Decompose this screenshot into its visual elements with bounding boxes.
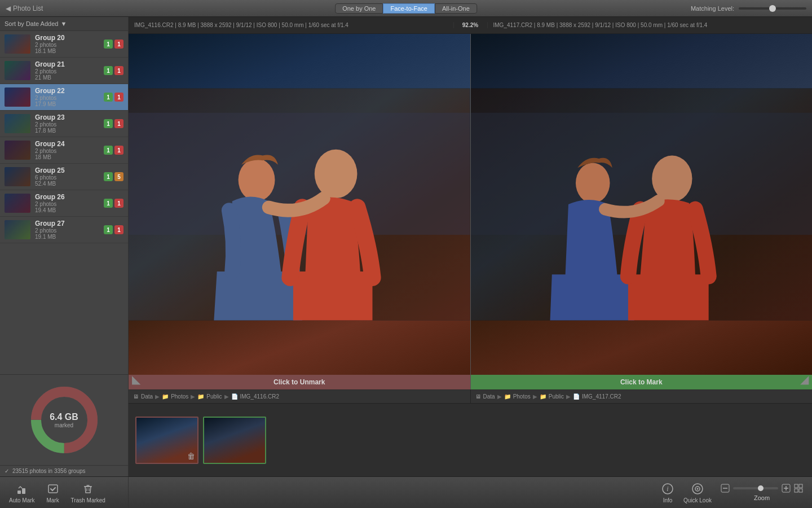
checkmark-icon: ✓: [5, 468, 9, 474]
filmstrip-thumb-right-img: [204, 418, 265, 463]
group-info-22: Group 22 2 photos 17.9 MB: [35, 87, 99, 107]
storage-gb: 6.4 GB: [50, 412, 78, 422]
left-path-data: Data: [141, 393, 153, 400]
sidebar-toolbar: Auto Mark Mark Trash Marked: [0, 477, 129, 508]
comparison-area: Click to Unmark ◣: [129, 34, 812, 389]
group-badge-green-26: 1: [104, 199, 113, 208]
info-button[interactable]: i Info: [661, 482, 674, 503]
right-date: 9/1/12: [595, 22, 611, 28]
group-badges-22: 1 1: [104, 93, 123, 102]
group-thumb-20: [5, 34, 30, 54]
content-area: IMG_4116.CR2 | 8.9 MB | 3888 x 2592 | 9/…: [129, 17, 812, 476]
group-badges-23: 1 1: [104, 119, 123, 128]
group-badge-green-24: 1: [104, 146, 113, 155]
group-badge-green-21: 1: [104, 66, 113, 75]
group-name-22: Group 22: [35, 87, 99, 95]
svg-rect-29: [799, 484, 802, 488]
filmstrip-trash-icon: 🗑: [187, 452, 195, 461]
left-path-bar: 🖥 Data ▶ 📁 Photos ▶ 📁 Public ▶ 📄 IMG_411…: [129, 389, 471, 403]
right-photo[interactable]: [471, 34, 813, 375]
group-photos-25: 6 photos: [35, 174, 99, 181]
group-size-24: 18 MB: [35, 154, 99, 160]
group-item-27[interactable]: Group 27 2 photos 19.1 MB 1 1: [0, 217, 128, 243]
group-thumb-img-22: [5, 87, 30, 107]
left-path-hdd-icon: 🖥: [133, 393, 139, 400]
svg-rect-30: [795, 489, 798, 492]
sort-bar[interactable]: Sort by Date Added ▼: [0, 17, 128, 31]
svg-rect-14: [471, 89, 813, 321]
main-layout: Sort by Date Added ▼ Group 20 2 photos 1…: [0, 17, 812, 476]
mark-button[interactable]: Mark: [46, 482, 60, 503]
back-button[interactable]: ◀ Photo List: [6, 5, 43, 12]
back-chevron-icon: ◀: [6, 5, 11, 12]
group-badge-green-25: 1: [104, 172, 113, 181]
unmark-button[interactable]: Click to Unmark: [129, 375, 470, 389]
right-photo-svg: [471, 34, 813, 375]
right-path-hdd-icon: 🖥: [475, 393, 481, 400]
group-item-24[interactable]: Group 24 2 photos 18 MB 1 1: [0, 137, 128, 164]
group-item-21[interactable]: Group 21 2 photos 21 MB 1 1: [0, 58, 128, 84]
mark-button[interactable]: Click to Mark: [471, 375, 813, 389]
face-to-face-button[interactable]: Face-to-Face: [383, 3, 435, 14]
photo-count-text: 23515 photos in 3356 groups: [12, 468, 86, 474]
right-path-arrow1: ▶: [497, 393, 502, 400]
svg-rect-8: [129, 89, 470, 321]
group-badge-red-25: 5: [114, 172, 123, 181]
all-in-one-button[interactable]: All-in-One: [435, 3, 477, 14]
one-by-one-button[interactable]: One by One: [335, 3, 383, 14]
filmstrip-thumb-right[interactable]: [203, 417, 266, 464]
zoom-fit-icon: [794, 484, 803, 493]
top-bar: ◀ Photo List One by One Face-to-Face All…: [0, 0, 812, 17]
auto-mark-button[interactable]: Auto Mark: [9, 482, 35, 503]
file-info-bar: IMG_4116.CR2 | 8.9 MB | 3888 x 2592 | 9/…: [129, 17, 812, 34]
auto-mark-label: Auto Mark: [9, 497, 35, 503]
right-size: 8.9 MB: [537, 22, 555, 28]
left-photo-svg: [129, 34, 470, 375]
trash-svg: [82, 483, 94, 495]
group-item-26[interactable]: Group 26 2 photos 19.4 MB 1 1: [0, 190, 128, 217]
group-size-22: 17.9 MB: [35, 101, 99, 107]
sidebar: Sort by Date Added ▼ Group 20 2 photos 1…: [0, 17, 129, 476]
group-item-20[interactable]: Group 20 2 photos 18.1 MB 1 1: [0, 31, 128, 58]
info-label: Info: [663, 497, 673, 503]
svg-text:i: i: [667, 485, 668, 493]
quick-look-button[interactable]: Quick Look: [683, 482, 712, 503]
matching-level-slider[interactable]: [739, 7, 806, 10]
svg-rect-31: [799, 489, 802, 492]
svg-rect-16: [22, 488, 25, 494]
zoom-slider[interactable]: [733, 487, 778, 489]
path-bars: 🖥 Data ▶ 📁 Photos ▶ 📁 Public ▶ 📄 IMG_411…: [129, 389, 812, 403]
group-item-23[interactable]: Group 23 2 photos 17.8 MB 1 1: [0, 111, 128, 137]
group-badges-27: 1 1: [104, 225, 123, 234]
group-thumb-27: [5, 220, 30, 239]
right-compare-pane: Click to Mark ◢: [471, 34, 813, 389]
group-photos-21: 2 photos: [35, 68, 99, 75]
group-badge-red-26: 1: [114, 199, 123, 208]
left-photo[interactable]: [129, 34, 470, 375]
group-name-20: Group 20: [35, 34, 99, 42]
group-size-23: 17.8 MB: [35, 128, 99, 134]
group-badges-21: 1 1: [104, 66, 123, 75]
svg-rect-15: [17, 491, 21, 494]
group-badge-green-27: 1: [104, 225, 113, 234]
right-path-file-icon: 📄: [573, 393, 580, 400]
left-iso: ISO 800: [257, 22, 277, 28]
left-corner-arrow-icon: ◣: [132, 373, 140, 386]
left-filename: IMG_4116.CR2: [134, 22, 173, 28]
group-photos-26: 2 photos: [35, 201, 99, 207]
group-item-22[interactable]: Group 22 2 photos 17.9 MB 1 1: [0, 84, 128, 111]
trash-marked-button[interactable]: Trash Marked: [71, 482, 105, 503]
content-toolbar: i Info Quick Look: [129, 477, 812, 508]
filmstrip-thumb-left[interactable]: 🗑: [135, 417, 198, 464]
trash-marked-label: Trash Marked: [71, 497, 105, 503]
group-photos-24: 2 photos: [35, 148, 99, 154]
group-info-23: Group 23 2 photos 17.8 MB: [35, 113, 99, 134]
right-corner-arrow-icon: ◢: [800, 373, 809, 386]
storage-donut: 6.4 GB marked: [25, 380, 104, 459]
group-info-21: Group 21 2 photos 21 MB: [35, 60, 99, 81]
group-thumb-22: [5, 87, 30, 107]
group-list: Group 20 2 photos 18.1 MB 1 1 Group 21 2…: [0, 31, 128, 374]
group-item-25[interactable]: Group 25 6 photos 52.4 MB 1 5: [0, 164, 128, 190]
auto-mark-icon: [15, 482, 29, 496]
group-photos-20: 2 photos: [35, 42, 99, 48]
